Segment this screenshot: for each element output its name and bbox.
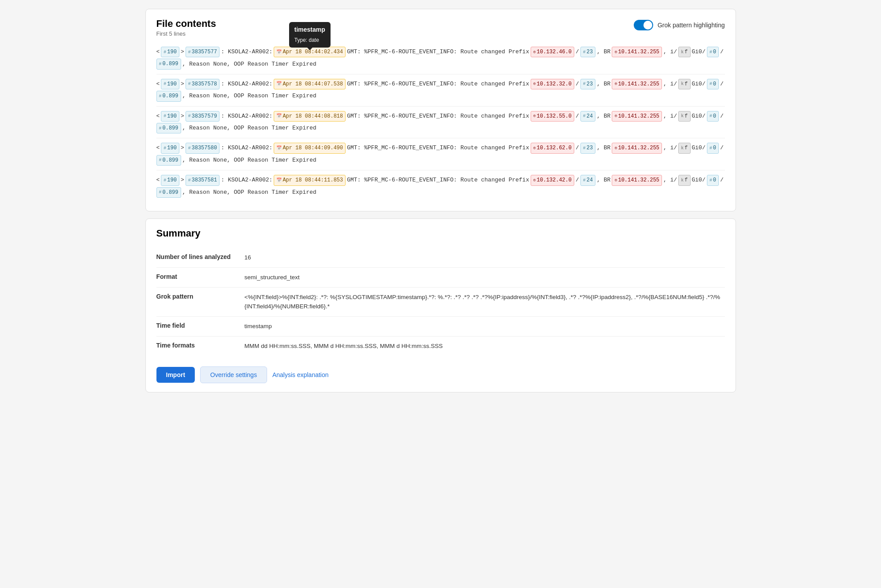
plain-text: Gi0/ (692, 111, 706, 121)
hash-icon: # (188, 112, 191, 120)
summary-label-format: Format (156, 268, 245, 288)
token-ip: ⊕10.141.32.255 (612, 79, 662, 89)
plain-text: , i/ (663, 47, 677, 57)
token-int: #24 (580, 175, 595, 185)
hash-icon: # (188, 48, 191, 56)
token-int: #38357579 (186, 111, 220, 122)
plain-text: < (156, 79, 160, 89)
token-date: 📅Apr 18 08:44:07.538 (274, 79, 346, 89)
hash-icon: # (710, 144, 712, 152)
override-settings-button[interactable]: Override settings (200, 366, 267, 383)
summary-table: Number of lines analyzed 16 Format semi_… (156, 248, 725, 356)
hash-icon: # (710, 80, 712, 88)
plain-text: , i/ (663, 79, 677, 89)
plain-text: , BR (597, 47, 610, 57)
hash-icon: # (164, 112, 166, 120)
hash-icon: # (159, 156, 162, 164)
token-date: 📅Apr 18 08:44:11.853 (274, 175, 346, 185)
plain-text: , Reason None, OOP Reason Timer Expired (182, 188, 316, 197)
plain-text: , i/ (663, 111, 677, 121)
grok-highlighting-label: Grok pattern highlighting (658, 22, 725, 29)
plain-text: : KSOLA2-AR002: (221, 111, 272, 121)
summary-value-time-formats: MMM dd HH:mm:ss.SSS, MMM d HH:mm:ss.SSS,… (245, 337, 725, 356)
network-icon: ⊕ (533, 177, 536, 184)
token-ip: ⊕10.132.62.0 (531, 143, 574, 153)
key-icon: k (681, 80, 684, 88)
token-num: #0.899 (156, 187, 181, 198)
tooltip-field-name: timestamp (294, 25, 325, 35)
hash-icon: # (583, 48, 586, 56)
action-buttons: Import Override settings Analysis explan… (156, 366, 725, 383)
token-int: #38357577 (186, 47, 220, 57)
import-button[interactable]: Import (156, 367, 195, 383)
file-contents-subtitle: First 5 lines (156, 30, 216, 37)
plain-text: : KSOLA2-AR002: (221, 143, 272, 153)
plain-text: GMT: %PFR_MC-6-ROUTE_EVENT_INFO: Route c… (347, 175, 529, 185)
log-line: < #190 > #38357578 : KSOLA2-AR002: 📅Apr … (156, 79, 725, 102)
key-icon: k (681, 177, 684, 184)
summary-value-time-field: timestamp (245, 316, 725, 336)
summary-row-time-field: Time field timestamp (156, 316, 725, 336)
token-ip: ⊕10.132.32.0 (531, 79, 574, 89)
token-int: #0 (707, 47, 719, 57)
hash-icon: # (583, 80, 586, 88)
summary-label-time-formats: Time formats (156, 337, 245, 356)
grok-highlighting-toggle[interactable] (634, 20, 653, 30)
plain-text: > (181, 143, 184, 153)
hash-icon: # (188, 80, 191, 88)
key-icon: k (681, 112, 684, 120)
plain-text: : KSOLA2-AR002: (221, 47, 272, 57)
plain-text: < (156, 47, 160, 57)
hash-icon: # (188, 177, 191, 184)
plain-text: / (576, 143, 579, 153)
log-line: < #190 > #38357577 : KSOLA2-AR002: times… (156, 47, 725, 70)
log-line: < #190 > #38357581 : KSOLA2-AR002: 📅Apr … (156, 175, 725, 198)
plain-text: GMT: %PFR_MC-6-ROUTE_EVENT_INFO: Route c… (347, 79, 529, 89)
file-contents-card: File contents First 5 lines Grok pattern… (145, 9, 736, 211)
summary-label-time-field: Time field (156, 316, 245, 336)
plain-text: > (181, 47, 184, 57)
summary-row-grok: Grok pattern <%{INT:field}>%{INT:field2}… (156, 288, 725, 317)
key-icon: k (681, 48, 684, 56)
calendar-icon: 📅 (276, 80, 282, 88)
analysis-explanation-button[interactable]: Analysis explanation (272, 367, 329, 383)
token-k: kf (678, 175, 690, 185)
token-num: #0.899 (156, 123, 181, 133)
plain-text: , BR (597, 175, 610, 185)
calendar-icon: 📅 (276, 112, 282, 120)
hash-icon: # (164, 144, 166, 152)
network-icon: ⊕ (533, 80, 536, 88)
token-int: #190 (161, 143, 179, 153)
token-num: #0.899 (156, 59, 181, 69)
token-int: #190 (161, 175, 179, 185)
plain-text: , Reason None, OOP Reason Timer Expired (182, 123, 316, 133)
file-contents-header: File contents First 5 lines Grok pattern… (156, 18, 725, 37)
plain-text: GMT: %PFR_MC-6-ROUTE_EVENT_INFO: Route c… (347, 47, 529, 57)
toggle-thumb (643, 21, 652, 30)
token-int: #0 (707, 111, 719, 122)
plain-text: / (720, 111, 724, 121)
file-contents-title: File contents (156, 18, 216, 30)
plain-text: , Reason None, OOP Reason Timer Expired (182, 155, 316, 165)
plain-text: : KSOLA2-AR002: (221, 175, 272, 185)
summary-value-format: semi_structured_text (245, 268, 725, 288)
token-k: kf (678, 111, 690, 122)
plain-text: < (156, 143, 160, 153)
log-entry: < #190 > #38357577 : KSOLA2-AR002: times… (156, 42, 725, 74)
plain-text: , Reason None, OOP Reason Timer Expired (182, 91, 316, 101)
hash-icon: # (583, 177, 586, 184)
plain-text: , i/ (663, 175, 677, 185)
token-k: kf (678, 143, 690, 153)
plain-text: > (181, 79, 184, 89)
plain-text: Gi0/ (692, 143, 706, 153)
token-int: #190 (161, 79, 179, 89)
hash-icon: # (188, 144, 191, 152)
token-ip: ⊕10.141.32.255 (612, 143, 662, 153)
token-ip: ⊕10.132.42.0 (531, 175, 574, 185)
hash-icon: # (164, 80, 166, 88)
summary-card: Summary Number of lines analyzed 16 Form… (145, 218, 736, 393)
plain-text: : KSOLA2-AR002: (221, 79, 272, 89)
summary-row-format: Format semi_structured_text (156, 268, 725, 288)
hash-icon: # (159, 60, 162, 68)
summary-value-lines: 16 (245, 248, 725, 268)
